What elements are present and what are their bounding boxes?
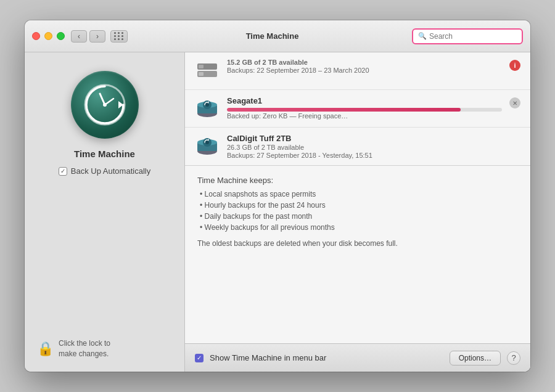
lock-row[interactable]: 🔒 Click the lock tomake changes. — [37, 338, 110, 359]
time-machine-icon — [80, 80, 130, 129]
drive-info-caldigit: CalDigit Tuff 2TB 26.3 GB of 2 TB availa… — [227, 134, 520, 159]
help-button[interactable]: ? — [507, 351, 520, 365]
search-icon: 🔍 — [418, 32, 427, 40]
svg-point-19 — [205, 141, 209, 144]
drive-icon-1 — [195, 59, 220, 83]
options-button[interactable]: Options… — [450, 351, 501, 365]
info-bullet-2: • Hourly backups for the past 24 hours — [197, 201, 518, 210]
drive-progress-bar — [227, 108, 502, 112]
back-button[interactable]: ‹ — [71, 30, 87, 43]
lock-icon[interactable]: 🔒 — [37, 341, 54, 357]
drive-backups-1: Backups: 22 September 2018 – 23 March 20… — [227, 67, 502, 74]
drive-item-seagate: Seagate1 Backed up: Zero KB — Freeing sp… — [185, 90, 530, 128]
auto-backup-row[interactable]: ✓ Back Up Automatically — [59, 166, 150, 176]
info-bullet-4: • Weekly backups for all previous months — [197, 223, 518, 232]
info-icon-1[interactable]: i — [509, 60, 520, 71]
drive-name-caldigit: CalDigit Tuff 2TB — [227, 134, 520, 143]
info-footer: The oldest backups are deleted when your… — [197, 239, 518, 248]
window-title: Time Machine — [133, 31, 412, 41]
titlebar: ‹ › Time Machine 🔍 — [25, 20, 530, 52]
forward-button[interactable]: › — [89, 30, 105, 43]
app-icon — [71, 71, 139, 139]
info-section: Time Machine keeps: • Local snapshots as… — [185, 166, 530, 343]
search-box[interactable]: 🔍 — [412, 28, 523, 44]
info-bullet-1: • Local snapshots as space permits — [197, 190, 518, 198]
drive-info-1: 15.2 GB of 2 TB available Backups: 22 Se… — [227, 59, 502, 74]
grid-icon — [114, 32, 124, 40]
nav-buttons: ‹ › — [71, 30, 105, 43]
svg-rect-7 — [199, 65, 204, 68]
content: Time Machine ✓ Back Up Automatically 🔒 C… — [25, 52, 530, 372]
close-button[interactable] — [32, 32, 40, 40]
auto-backup-checkbox[interactable]: ✓ — [59, 167, 67, 176]
svg-rect-8 — [199, 72, 204, 76]
drive-size-1: 15.2 GB of 2 TB available — [227, 59, 502, 66]
window: ‹ › Time Machine 🔍 — [25, 20, 530, 372]
info-bullet-3: • Daily backups for the past month — [197, 212, 518, 221]
app-name-label: Time Machine — [74, 149, 135, 159]
panel: 15.2 GB of 2 TB available Backups: 22 Se… — [185, 52, 530, 372]
lock-text: Click the lock tomake changes. — [59, 338, 110, 359]
show-menubar-label: Show Time Machine in menu bar — [210, 353, 443, 362]
search-input[interactable] — [429, 32, 517, 41]
drive-backups-caldigit: Backups: 27 September 2018 - Yesterday, … — [227, 152, 520, 159]
maximize-button[interactable] — [57, 32, 65, 40]
drive-detail-seagate: Backed up: Zero KB — Freeing space… — [227, 112, 502, 120]
drive-item-caldigit: CalDigit Tuff 2TB 26.3 GB of 2 TB availa… — [185, 128, 530, 165]
info-title: Time Machine keeps: — [197, 176, 518, 185]
svg-point-3 — [103, 103, 107, 107]
minimize-button[interactable] — [44, 32, 52, 40]
traffic-lights — [32, 32, 65, 40]
sidebar: Time Machine ✓ Back Up Automatically 🔒 C… — [25, 52, 185, 372]
drive-progress-row — [227, 108, 502, 112]
drive-icon-seagate — [195, 96, 220, 121]
drive-icon-caldigit — [195, 134, 220, 158]
drive-close-button[interactable]: ✕ — [509, 97, 520, 108]
auto-backup-label: Back Up Automatically — [71, 166, 150, 176]
show-menubar-checkbox[interactable]: ✓ — [195, 354, 204, 362]
drive-info-seagate: Seagate1 Backed up: Zero KB — Freeing sp… — [227, 96, 502, 120]
bottom-bar: ✓ Show Time Machine in menu bar Options…… — [185, 343, 530, 372]
drive-item: 15.2 GB of 2 TB available Backups: 22 Se… — [185, 52, 530, 90]
grid-button[interactable] — [110, 30, 128, 43]
drive-name-seagate: Seagate1 — [227, 96, 502, 105]
drive-progress-fill — [227, 108, 461, 112]
drive-size-caldigit: 26.3 GB of 2 TB available — [227, 144, 520, 151]
drives-section: 15.2 GB of 2 TB available Backups: 22 Se… — [185, 52, 530, 166]
svg-point-13 — [205, 103, 209, 107]
